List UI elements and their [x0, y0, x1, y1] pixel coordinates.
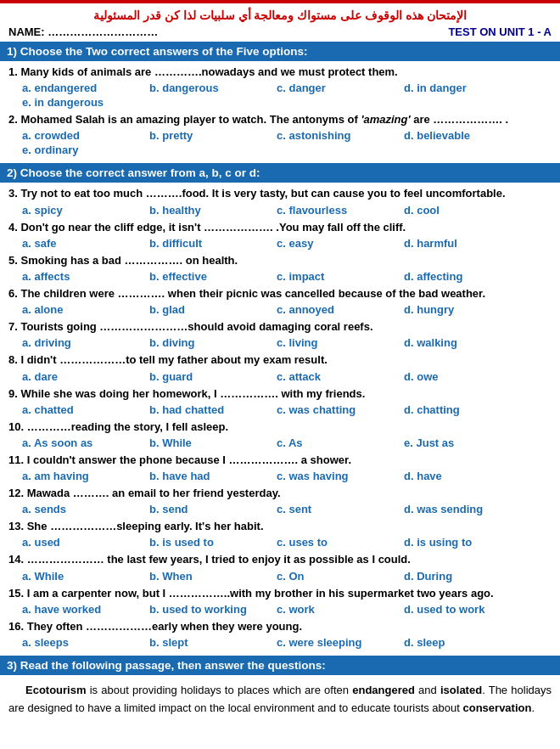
option-b: b. have had — [149, 470, 277, 482]
options-row: a. crowdedb. prettyc. astonishingd. beli… — [8, 129, 552, 156]
question-text: 10. …………reading the story, I fell asleep… — [8, 420, 552, 435]
option-b: b. effective — [149, 270, 277, 283]
question-text: 13. She ………………sleeping early. It's her h… — [8, 519, 552, 534]
option-a: a. spicy — [22, 204, 149, 217]
question-15: 15. I am a carpenter now, but I ……………..w… — [8, 586, 552, 616]
question-text: 12. Mawada ………. an email to her friend y… — [8, 486, 552, 501]
option-a: a. alone — [22, 303, 149, 316]
options-row: a. As soon asb. Whilec. Ase. Just as — [8, 436, 552, 449]
test-title: TEST ON UNIT 1 - A — [448, 25, 552, 38]
arabic-title: الإمتحان هذه الوقوف على مستواك ومعالجة أ… — [0, 3, 560, 24]
question-text: 11. I couldn't answer the phone because … — [8, 453, 552, 468]
question-text: 3. Try not to eat too much ……….food. It … — [8, 186, 552, 201]
option-a: a. dare — [22, 370, 149, 383]
option-a: a. crowded — [22, 129, 149, 142]
question-6: 6. The children were …………. when their pi… — [8, 286, 552, 316]
passage-text: Ecotourism is about providing holidays t… — [8, 682, 552, 718]
option-b: b. diving — [149, 336, 277, 349]
option-d: d. affecting — [404, 270, 531, 283]
option-b: b. glad — [149, 303, 277, 316]
options-row: a. safeb. difficultc. easyd. harmful — [8, 237, 552, 250]
option-d: d. used to work — [404, 603, 531, 616]
header-row: NAME: ………………………… TEST ON UNIT 1 - A — [0, 24, 560, 42]
section-header-sec2: 2) Choose the correct answer from a, b, … — [0, 163, 560, 183]
question-text: 14. ………………… the last few years, I tried … — [8, 552, 552, 567]
option-d: d. cool — [404, 204, 531, 217]
question-2: 2. Mohamed Salah is an amazing player to… — [8, 112, 552, 156]
question-text: 5. Smoking has a bad ……………. on health. — [8, 253, 552, 268]
option-b: b. had chatted — [149, 403, 277, 416]
name-label: NAME: ………………………… — [8, 25, 158, 38]
option-b: b. pretty — [149, 129, 277, 142]
section-header-sec1: 1) Choose the Two correct answers of the… — [0, 42, 560, 61]
option-a: a. have worked — [22, 603, 149, 616]
option-d: d. is using to — [404, 536, 531, 549]
option-d: d. in danger — [404, 82, 531, 94]
question-10: 10. …………reading the story, I fell asleep… — [8, 420, 552, 449]
question-8: 8. I didn't ………………to tell my father abou… — [8, 352, 552, 382]
option-a: a. sends — [22, 503, 149, 515]
options-row: a. sleepsb. sleptc. were sleepingd. slee… — [8, 636, 552, 649]
option-d: d. During — [404, 570, 531, 583]
question-text: 15. I am a carpenter now, but I ……………..w… — [8, 586, 552, 601]
option-a: a. affects — [22, 270, 149, 283]
question-text: 9. While she was doing her homework, I …… — [8, 386, 552, 402]
options-row: a. affectsb. effectivec. impactd. affect… — [8, 270, 552, 283]
section-header-sec3: 3) Read the following passage, then answ… — [0, 656, 560, 675]
question-text: 1. Many kids of animals are ………….nowaday… — [8, 65, 552, 80]
option-a: a. driving — [22, 336, 149, 349]
option-b: b. When — [149, 570, 277, 583]
question-16: 16. They often ………………early when they wer… — [8, 619, 552, 649]
option-b: b. guard — [149, 370, 277, 383]
option-b: b. dangerous — [149, 82, 277, 94]
option-d: d. have — [404, 470, 531, 482]
option-c: c. was chatting — [277, 403, 404, 416]
option-c: c. were sleeping — [277, 636, 404, 649]
option-c: c. impact — [277, 270, 404, 283]
option-d: d. chatting — [404, 403, 531, 416]
question-text: 6. The children were …………. when their pi… — [8, 286, 552, 301]
question-9: 9. While she was doing her homework, I …… — [8, 386, 552, 416]
options-row: a. dareb. guardc. attackd. owe — [8, 370, 552, 383]
question-text: 16. They often ………………early when they wer… — [8, 619, 552, 634]
option-b: b. difficult — [149, 237, 277, 250]
option-a: a. sleeps — [22, 636, 149, 649]
option-a: a. used — [22, 536, 149, 549]
option-b: b. send — [149, 503, 277, 515]
question-text: 7. Tourists going ……………………should avoid d… — [8, 319, 552, 335]
option-b: b. While — [149, 436, 277, 449]
question-3: 3. Try not to eat too much ……….food. It … — [8, 186, 552, 216]
option-c: c. easy — [277, 237, 404, 250]
question-7: 7. Tourists going ……………………should avoid d… — [8, 319, 552, 349]
question-12: 12. Mawada ………. an email to her friend y… — [8, 486, 552, 515]
option-d: d. believable — [404, 129, 531, 142]
option-a: a. chatted — [22, 403, 149, 416]
question-text: 2. Mohamed Salah is an amazing player to… — [8, 112, 552, 127]
options-row: a. am havingb. have hadc. was havingd. h… — [8, 470, 552, 482]
option-c: c. As — [277, 436, 404, 449]
questions-area-sec1: 1. Many kids of animals are ………….nowaday… — [0, 61, 560, 163]
option-c: c. On — [277, 570, 404, 583]
options-row: a. Whileb. Whenc. Ond. During — [8, 570, 552, 583]
options-row: a. aloneb. gladc. annoyedd. hungry — [8, 303, 552, 316]
options-row: a. endangeredb. dangerousc. dangerd. in … — [8, 82, 552, 109]
options-row: a. sendsb. sendc. sentd. was sending — [8, 503, 552, 515]
passage-area: Ecotourism is about providing holidays t… — [0, 675, 560, 724]
option-c: c. was having — [277, 470, 404, 482]
option-e: e. ordinary — [22, 144, 149, 156]
option-b: b. healthy — [149, 204, 277, 217]
question-4: 4. Don't go near the cliff edge, it isn'… — [8, 220, 552, 250]
option-a: a. safe — [22, 237, 149, 250]
question-1: 1. Many kids of animals are ………….nowaday… — [8, 65, 552, 109]
option-d: d. owe — [404, 370, 531, 383]
options-row: a. chattedb. had chattedc. was chattingd… — [8, 403, 552, 416]
questions-area-sec2: 3. Try not to eat too much ……….food. It … — [0, 183, 560, 656]
option-c: c. attack — [277, 370, 404, 383]
question-text: 8. I didn't ………………to tell my father abou… — [8, 352, 552, 368]
option-c: c. flavourless — [277, 204, 404, 217]
option-e: e. in dangerous — [22, 96, 149, 109]
option-a: a. am having — [22, 470, 149, 482]
option-c: c. danger — [277, 82, 404, 94]
option-c: c. uses to — [277, 536, 404, 549]
option-b: b. is used to — [149, 536, 277, 549]
